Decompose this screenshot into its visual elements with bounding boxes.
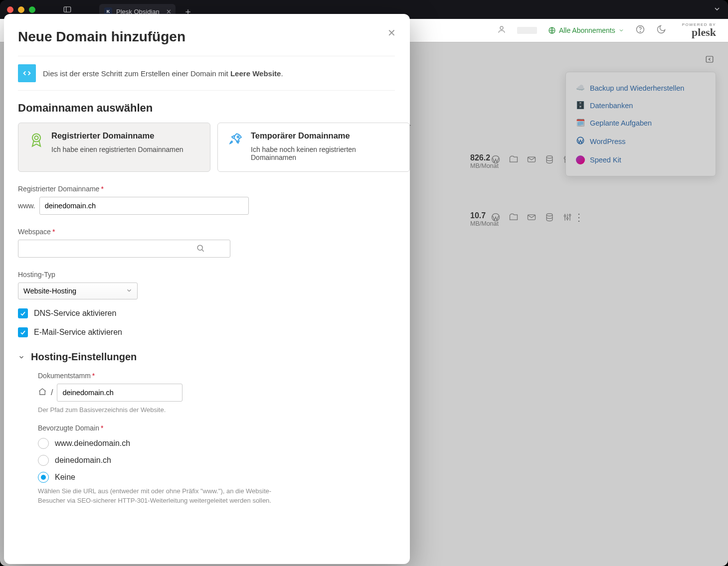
path-sep: /: [51, 388, 53, 397]
card-title: Registrierter Domainname: [51, 131, 183, 141]
domain-input[interactable]: [39, 197, 249, 215]
info-banner: Dies ist der erste Schritt zum Erstellen…: [18, 56, 395, 91]
rocket-icon: [227, 131, 245, 149]
files-icon[interactable]: [509, 154, 519, 164]
hosting-settings-title: Hosting-Einstellungen: [31, 351, 137, 363]
mail-icon[interactable]: [527, 212, 537, 222]
search-icon[interactable]: [195, 243, 205, 255]
section-choose-domain: Domainnamen auswählen: [18, 102, 395, 115]
radio-nowww[interactable]: [38, 455, 49, 466]
database-icon[interactable]: [545, 212, 554, 222]
subscriptions-switcher[interactable]: Alle Abonnements: [548, 26, 624, 34]
svg-point-29: [34, 136, 38, 140]
label-hosting-type: Hosting-Typ: [18, 271, 395, 279]
window-zoom-button[interactable]: [29, 6, 35, 13]
subscriptions-label: Alle Abonnements: [559, 26, 615, 34]
cloud-upload-icon: ☁️: [576, 84, 585, 92]
user-icon: [497, 25, 506, 36]
dark-mode-icon[interactable]: [656, 24, 666, 36]
svg-point-25: [566, 218, 568, 219]
panel-collapse-icon[interactable]: [705, 55, 714, 64]
svg-rect-0: [64, 7, 71, 12]
database-icon[interactable]: [545, 154, 554, 164]
info-text-bold: Leere Website: [230, 69, 281, 78]
radio-nowww-label: deinedomain.ch: [55, 456, 111, 465]
svg-point-20: [546, 214, 552, 216]
row-menu-button[interactable]: ⋮: [574, 211, 584, 223]
svg-point-30: [237, 136, 239, 138]
info-text-suffix: .: [281, 69, 283, 78]
rosette-icon: [27, 131, 45, 149]
link-wordpress[interactable]: WordPress: [571, 132, 711, 151]
add-domain-modal: ✕ Neue Domain hinzufügen Dies ist der er…: [4, 14, 410, 564]
card-registered-domain[interactable]: Registrierter Domainname Ich habe einen …: [18, 123, 210, 172]
svg-point-28: [32, 134, 40, 142]
svg-point-2: [500, 26, 503, 29]
calendar-icon: 🗓️: [576, 119, 585, 127]
label-docroot: Dokumentstamm*: [38, 372, 395, 380]
svg-rect-19: [528, 215, 536, 220]
radio-none[interactable]: [38, 472, 49, 483]
modal-close-button[interactable]: ✕: [387, 27, 396, 39]
code-icon: [18, 64, 36, 82]
preferred-domain-hint: Wählen Sie die URL aus (entweder mit ode…: [38, 487, 272, 506]
database-color-icon: 🗄️: [576, 101, 585, 110]
tools-panel: ☁️Backup und Wiederherstellen 🗄️Datenban…: [565, 72, 716, 176]
link-scheduled[interactable]: 🗓️Geplante Aufgaben: [571, 114, 711, 132]
checkbox-mail[interactable]: [18, 327, 28, 337]
wordpress-icon[interactable]: [491, 154, 501, 164]
checkbox-dns[interactable]: [18, 308, 28, 318]
svg-point-31: [197, 245, 202, 250]
svg-line-32: [202, 250, 204, 252]
speedkit-icon: [576, 155, 585, 164]
svg-point-26: [569, 214, 570, 216]
checkbox-dns-label: DNS-Service aktivieren: [34, 309, 116, 318]
files-icon[interactable]: [509, 212, 519, 222]
wordpress-icon[interactable]: [491, 212, 501, 222]
svg-rect-6: [706, 56, 713, 62]
svg-rect-10: [528, 157, 536, 162]
radio-www-label: www.deinedomain.ch: [55, 439, 130, 448]
wordpress-color-icon: [576, 136, 585, 146]
tabs-menu-icon[interactable]: [713, 5, 721, 14]
docroot-hint: Der Pfad zum Basisverzeichnis der Websit…: [38, 406, 272, 415]
radio-none-label: Keine: [55, 473, 75, 482]
card-desc: Ich habe einen registrierten Domainnamen: [51, 145, 183, 153]
label-registered-domain: Registrierter Domainname*: [18, 185, 395, 193]
info-text: Dies ist der erste Schritt zum Erstellen…: [43, 69, 230, 78]
docroot-input[interactable]: [57, 384, 182, 402]
modal-title: Neue Domain hinzufügen: [18, 29, 395, 45]
hosting-type-select[interactable]: Website-Hosting: [18, 283, 138, 299]
svg-point-24: [564, 215, 565, 217]
hosting-settings-toggle[interactable]: Hosting-Einstellungen: [18, 351, 395, 363]
label-preferred-domain: Bevorzugte Domain*: [38, 424, 395, 432]
card-desc: Ich habe noch keinen registrierten Domai…: [251, 145, 400, 161]
www-prefix: www.: [18, 202, 35, 210]
label-webspace: Webspace*: [18, 228, 395, 236]
svg-point-11: [546, 156, 552, 158]
checkbox-mail-label: E-Mail-Service aktivieren: [34, 328, 122, 337]
mail-icon[interactable]: [527, 154, 537, 164]
chevron-down-icon: [18, 354, 25, 361]
plesk-logo: POWERED BY plesk: [682, 23, 716, 38]
help-icon[interactable]: [635, 24, 645, 36]
radio-www[interactable]: [38, 438, 49, 449]
link-databases[interactable]: 🗄️Datenbanken: [571, 97, 711, 114]
settings-sliders-icon[interactable]: [562, 212, 572, 222]
user-name-redacted: [517, 27, 537, 34]
window-close-button[interactable]: [7, 6, 13, 13]
card-title: Temporärer Domainname: [251, 131, 400, 141]
card-temp-domain[interactable]: Temporärer Domainname Ich habe noch kein…: [217, 123, 410, 172]
link-speedkit[interactable]: Speed Kit: [571, 151, 711, 169]
home-icon: [38, 387, 47, 398]
link-backup[interactable]: ☁️Backup und Wiederherstellen: [571, 79, 711, 97]
window-minimize-button[interactable]: [18, 6, 24, 13]
svg-point-5: [640, 31, 640, 32]
